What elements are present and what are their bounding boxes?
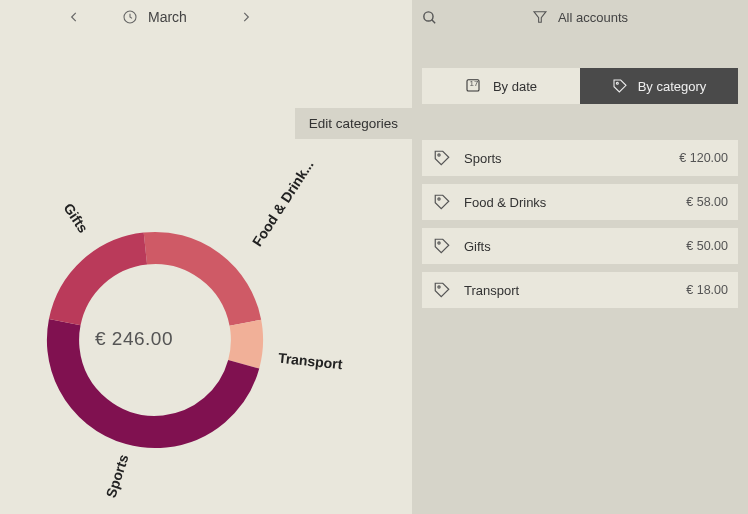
filter-icon bbox=[532, 9, 548, 25]
chevron-right-icon bbox=[239, 10, 253, 24]
prev-month-button[interactable] bbox=[56, 0, 92, 34]
right-header: All accounts bbox=[412, 0, 748, 34]
list-item[interactable]: Transport € 18.00 bbox=[422, 272, 738, 308]
svg-point-9 bbox=[616, 82, 618, 84]
category-name: Gifts bbox=[464, 239, 686, 254]
donut-total: € 246.00 bbox=[95, 328, 173, 350]
edit-categories-label: Edit categories bbox=[309, 116, 398, 131]
clock-icon bbox=[122, 9, 138, 25]
list-item[interactable]: Sports € 120.00 bbox=[422, 140, 738, 176]
right-pane: All accounts 17 By date By category Spor… bbox=[412, 0, 748, 514]
toggle-by-category[interactable]: By category bbox=[580, 68, 738, 104]
svg-marker-7 bbox=[534, 12, 546, 23]
toggle-by-category-label: By category bbox=[638, 79, 707, 94]
category-amount: € 18.00 bbox=[686, 283, 728, 297]
search-button[interactable] bbox=[412, 0, 446, 34]
month-display[interactable]: March bbox=[122, 9, 187, 25]
chart-label-food: Food & Drink... bbox=[249, 157, 317, 249]
list-item[interactable]: Gifts € 50.00 bbox=[422, 228, 738, 264]
toggle-by-date[interactable]: 17 By date bbox=[422, 68, 580, 104]
list-item[interactable]: Food & Drinks € 58.00 bbox=[422, 184, 738, 220]
category-list: Sports € 120.00 Food & Drinks € 58.00 Gi… bbox=[422, 140, 738, 316]
toggle-by-date-label: By date bbox=[493, 79, 537, 94]
view-toggle: 17 By date By category bbox=[422, 68, 738, 104]
chart-label-transport: Transport bbox=[277, 350, 343, 373]
edit-categories-button[interactable]: Edit categories bbox=[295, 108, 412, 139]
svg-point-13 bbox=[438, 286, 440, 288]
svg-point-12 bbox=[438, 242, 440, 244]
tag-icon bbox=[432, 148, 452, 168]
category-amount: € 58.00 bbox=[686, 195, 728, 209]
tag-icon bbox=[432, 236, 452, 256]
chart-label-sports: Sports bbox=[103, 452, 132, 499]
category-name: Food & Drinks bbox=[464, 195, 686, 210]
svg-line-6 bbox=[431, 19, 434, 22]
search-icon bbox=[421, 9, 438, 26]
left-pane: March Edit categories € 246.00 Gifts Foo… bbox=[0, 0, 412, 514]
tag-icon bbox=[432, 192, 452, 212]
month-selector: March bbox=[0, 0, 412, 34]
svg-point-11 bbox=[438, 198, 440, 200]
donut-chart: € 246.00 Gifts Food & Drink... Transport… bbox=[0, 140, 412, 510]
next-month-button[interactable] bbox=[228, 0, 264, 34]
month-label: March bbox=[148, 9, 187, 25]
tag-icon bbox=[432, 280, 452, 300]
accounts-filter[interactable]: All accounts bbox=[532, 9, 628, 25]
category-amount: € 120.00 bbox=[679, 151, 728, 165]
category-name: Transport bbox=[464, 283, 686, 298]
calendar-day-icon: 17 bbox=[465, 77, 483, 95]
calendar-day-num: 17 bbox=[465, 79, 483, 88]
chevron-left-icon bbox=[67, 10, 81, 24]
accounts-filter-label: All accounts bbox=[558, 10, 628, 25]
svg-point-5 bbox=[423, 11, 432, 20]
tag-icon bbox=[612, 78, 628, 94]
category-name: Sports bbox=[464, 151, 679, 166]
category-amount: € 50.00 bbox=[686, 239, 728, 253]
svg-point-10 bbox=[438, 154, 440, 156]
